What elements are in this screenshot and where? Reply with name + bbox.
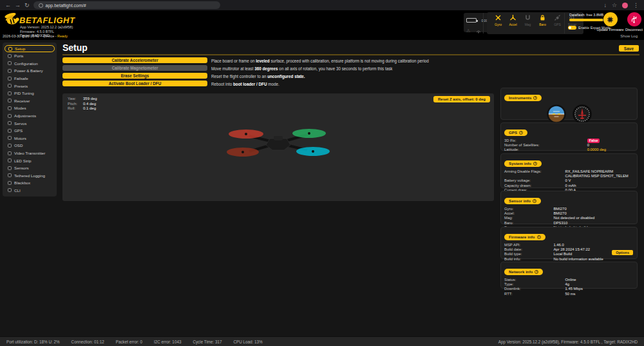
site-info-icon[interactable] (39, 3, 43, 8)
bookmark-star-icon[interactable]: ☆ (612, 0, 617, 10)
servo-icon (8, 121, 12, 125)
sidebar-item-label: Modes (14, 106, 26, 110)
download-icon[interactable]: ↓ (603, 0, 607, 10)
sensor-info-panel: Sensor infoi Gyro:BMI270 Accel:BMI270 Ma… (500, 191, 638, 224)
calibration-row: Calibrate Accelerometer Place board or f… (62, 57, 494, 65)
info-icon[interactable]: i (533, 96, 537, 100)
expert-mode-toggle[interactable] (568, 26, 576, 30)
receiver-icon (8, 99, 12, 102)
sidebar-item-video-transmitter[interactable]: Video Transmitter (5, 149, 55, 157)
sidebar-nav: Setup Ports Configuration Power & Batter… (3, 43, 57, 197)
system-row: Capacity drawn:0 mAh (504, 184, 634, 188)
gps-title: GPS (509, 130, 517, 135)
sensor-tile-accel: Accel (507, 14, 519, 32)
row-value: Online (565, 278, 634, 282)
sensor-tile-baro: Baro (536, 14, 549, 32)
row-label: Baro: (504, 221, 553, 226)
sidebar-item-label: Sensors (14, 166, 29, 170)
blackbox-icon (8, 181, 12, 185)
roll-label: Roll: (68, 106, 83, 111)
show-log-button[interactable]: Show Log (620, 34, 638, 38)
system-row: Arming Disable Flags:RX_FAILSAFE NOPREAR… (504, 169, 634, 178)
desc-bold: leveled (256, 59, 269, 63)
sidebar-item-receiver[interactable]: Receiver (5, 97, 55, 105)
sidebar-item-tethered-logging[interactable]: Tethered Logging (5, 172, 55, 180)
sidebar-item-power-battery[interactable]: Power & Battery (5, 67, 55, 75)
row-value: BMI270 (553, 211, 634, 216)
sidebar-item-adjustments[interactable]: Adjustments (5, 112, 55, 120)
profile-avatar[interactable] (622, 3, 628, 8)
sidebar-item-cli[interactable]: CLI (5, 187, 55, 195)
sidebar-item-servos[interactable]: Servos (5, 119, 55, 127)
network-info-title: Network info (509, 269, 533, 274)
disconnect-button[interactable]: Disconnect (620, 12, 644, 32)
sidebar-item-gps[interactable]: GPS (5, 127, 55, 135)
sidebar-item-ports[interactable]: Ports (5, 52, 55, 60)
gps-row: Number of Satellites:0 (504, 143, 634, 148)
firmware-options-button[interactable]: Options (612, 250, 633, 255)
info-icon[interactable]: i (533, 162, 537, 166)
calibrate-magnetometer-button[interactable]: Calibrate Magnetometer (62, 65, 207, 71)
model-3d-viewer[interactable]: Yaw:359 deg Pitch:0.4 deg Roll:0.1 deg R… (62, 93, 494, 201)
battery-icon (466, 18, 477, 23)
page-title: Setup (62, 43, 88, 53)
sensor-row: Accel:BMI270 (504, 211, 634, 216)
sidebar-item-osd[interactable]: OSD (5, 142, 55, 149)
sensor-info-title: Sensor info (509, 198, 531, 203)
sidebar-item-label: Failsafe (14, 76, 28, 81)
sidebar-item-label: PID Tuning (14, 91, 34, 95)
desc-text: Reboot into (211, 82, 233, 86)
reload-icon[interactable]: ↻ (24, 0, 30, 10)
tuning-icon (8, 91, 12, 95)
sidebar-item-modes[interactable]: Modes (5, 104, 55, 112)
status-bar: Port utilization: D: 18% U: 2% Connectio… (0, 336, 644, 346)
calibrate-accelerometer-button[interactable]: Calibrate Accelerometer (62, 57, 207, 63)
desc-text: on all axis of rotation, you have 30 sec… (278, 66, 393, 71)
row-value: 50 ms (565, 292, 634, 296)
sidebar-item-failsafe[interactable]: Failsafe (5, 75, 55, 82)
magnetometer-icon (524, 14, 531, 21)
sidebar-item-sensors[interactable]: Sensors (5, 164, 55, 172)
row-label: Build date: (504, 247, 553, 252)
erase-settings-button[interactable]: Erase Settings (62, 73, 207, 79)
presets-icon (8, 84, 12, 88)
browser-menu-icon[interactable]: ⋮ (633, 0, 639, 10)
row-label: Capacity drawn: (504, 184, 565, 188)
row-value: Not detected or disabled (553, 216, 634, 220)
sidebar-item-setup[interactable]: Setup (5, 45, 55, 52)
sidebar-item-configuration[interactable]: Configuration (5, 60, 55, 68)
url-text: app.betaflight.com/# (46, 3, 86, 8)
address-bar[interactable]: app.betaflight.com/# (33, 1, 220, 9)
info-icon[interactable]: i (519, 131, 523, 135)
save-button[interactable]: Save (619, 45, 639, 52)
sensor-info-header: Sensor infoi (504, 198, 541, 204)
sidebar-item-pid-tuning[interactable]: PID Tuning (5, 90, 55, 97)
system-row: Battery voltage:0 V (504, 178, 634, 183)
sidebar-item-presets[interactable]: Presets (5, 82, 55, 90)
row-label: Accel: (504, 211, 553, 216)
sidebar-item-blackbox[interactable]: Blackbox (5, 179, 55, 187)
terminal-icon (8, 188, 12, 192)
sidebar-item-motors[interactable]: Motors (5, 135, 55, 142)
row-label: Number of Satellites: (504, 143, 587, 148)
calibration-row: Activate Boot Loader / DFU Reboot into b… (62, 81, 494, 88)
sensor-tile-gps: GPS (551, 14, 564, 32)
device-ready-text: Ready (57, 34, 68, 38)
row-label: Status: (504, 278, 565, 282)
sidebar-item-label: Motors (14, 136, 26, 140)
reset-z-axis-button[interactable]: Reset Z axis, offset: 0 deg (433, 96, 490, 102)
row-label: Build info: (504, 257, 553, 262)
fix-status-badge: False (587, 139, 600, 143)
yaw-label: Yaw: (68, 97, 83, 102)
sidebar-item-led-strip[interactable]: LED Strip (5, 157, 55, 164)
info-icon[interactable]: i (533, 199, 536, 203)
back-icon[interactable]: ← (5, 0, 11, 10)
pitch-value: 0.4 deg (83, 102, 96, 107)
gps-satellite-icon (554, 14, 561, 21)
forward-icon[interactable]: → (15, 0, 21, 10)
info-icon[interactable]: i (537, 235, 541, 239)
calibration-row: Erase Settings Reset the flight controll… (62, 73, 494, 81)
info-icon[interactable]: i (535, 270, 538, 274)
activate-bootloader-button[interactable]: Activate Boot Loader / DFU (62, 81, 207, 86)
sidebar-item-label: Blackbox (14, 180, 30, 185)
